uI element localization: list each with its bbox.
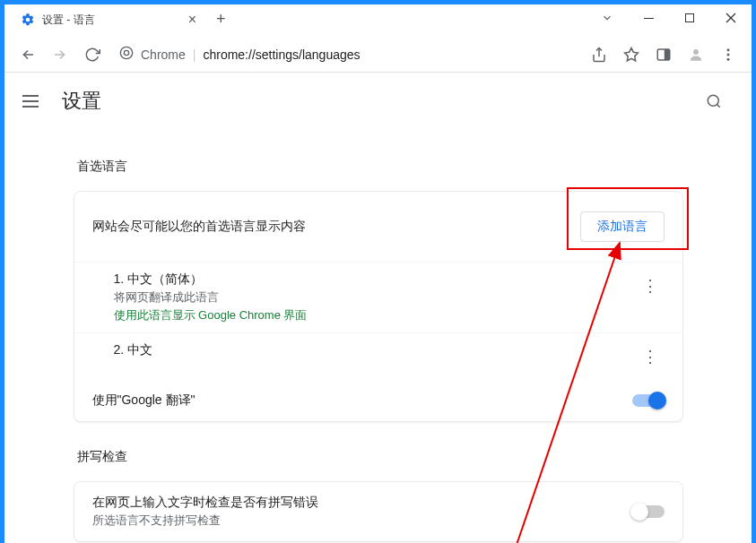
svg-point-13 bbox=[727, 48, 730, 51]
language-sub: 将网页翻译成此语言 bbox=[114, 289, 636, 306]
tab-strip: 设置 - 语言 × + bbox=[4, 4, 587, 34]
share-icon[interactable] bbox=[585, 40, 613, 69]
side-panel-icon[interactable] bbox=[649, 40, 678, 69]
tab-search-button[interactable] bbox=[587, 4, 628, 31]
add-language-button[interactable]: 添加语言 bbox=[580, 211, 665, 242]
svg-point-7 bbox=[124, 50, 128, 55]
chrome-window: 设置 - 语言 × + bbox=[4, 4, 752, 543]
svg-point-12 bbox=[693, 49, 699, 55]
language-display-note: 使用此语言显示 Google Chrome 界面 bbox=[114, 307, 636, 323]
kebab-icon[interactable]: ⋮ bbox=[636, 342, 665, 371]
spellcheck-sub: 所选语言不支持拼写检查 bbox=[92, 513, 318, 529]
section-preferred-title: 首选语言 bbox=[77, 159, 683, 175]
address-bar[interactable]: Chrome | chrome://settings/languages bbox=[110, 41, 581, 68]
spellcheck-row: 在网页上输入文字时检查是否有拼写错误 所选语言不支持拼写检查 bbox=[74, 482, 682, 541]
svg-point-14 bbox=[727, 53, 730, 56]
toolbar: Chrome | chrome://settings/languages bbox=[4, 37, 752, 73]
preferred-desc-row: 网站会尽可能以您的首选语言显示内容 添加语言 bbox=[74, 192, 682, 263]
profile-icon[interactable] bbox=[682, 40, 710, 69]
svg-marker-9 bbox=[625, 47, 639, 60]
language-name: 2. 中文 bbox=[114, 342, 636, 358]
gear-icon bbox=[21, 13, 35, 27]
preferred-languages-card: 网站会尽可能以您的首选语言显示内容 添加语言 1. 中文（简体） 将网页翻译成此… bbox=[74, 191, 683, 422]
reload-button[interactable] bbox=[78, 40, 107, 69]
spellcheck-card: 在网页上输入文字时检查是否有拼写错误 所选语言不支持拼写检查 bbox=[74, 481, 683, 542]
search-icon[interactable] bbox=[700, 87, 728, 116]
hamburger-menu[interactable] bbox=[22, 90, 44, 112]
svg-point-16 bbox=[708, 95, 718, 106]
page-body: 首选语言 网站会尽可能以您的首选语言显示内容 添加语言 1. 中文（简体） 将网… bbox=[74, 130, 683, 542]
menu-icon[interactable] bbox=[714, 40, 743, 69]
kebab-icon[interactable]: ⋮ bbox=[636, 272, 665, 300]
settings-header: 设置 bbox=[4, 73, 752, 130]
bookmark-icon[interactable] bbox=[617, 40, 646, 69]
browser-tab[interactable]: 设置 - 语言 × bbox=[10, 5, 207, 34]
toggle-switch[interactable] bbox=[632, 394, 665, 407]
url-separator: | bbox=[193, 47, 196, 62]
svg-point-15 bbox=[727, 57, 730, 60]
section-spellcheck-title: 拼写检查 bbox=[77, 449, 683, 465]
language-item: 1. 中文（简体） 将网页翻译成此语言 使用此语言显示 Google Chrom… bbox=[74, 263, 682, 333]
svg-rect-1 bbox=[686, 14, 694, 22]
content-area: 设置 首选语言 网站会尽可能以您的首选语言显示内容 添加语言 1. bbox=[4, 73, 752, 543]
url-origin: Chrome bbox=[141, 47, 186, 62]
maximize-button[interactable] bbox=[669, 4, 710, 31]
back-button[interactable] bbox=[13, 40, 42, 69]
tab-title: 设置 - 语言 bbox=[42, 13, 181, 28]
titlebar: 设置 - 语言 × + bbox=[4, 4, 752, 37]
language-list: 1. 中文（简体） 将网页翻译成此语言 使用此语言显示 Google Chrom… bbox=[74, 263, 682, 380]
window-controls bbox=[587, 4, 752, 31]
preferred-desc: 网站会尽可能以您的首选语言显示内容 bbox=[92, 219, 306, 235]
google-translate-row: 使用"Google 翻译" bbox=[74, 380, 682, 421]
close-icon[interactable]: × bbox=[188, 12, 196, 28]
language-name: 1. 中文（简体） bbox=[114, 272, 636, 288]
forward-button[interactable] bbox=[46, 40, 74, 69]
window-close-button[interactable] bbox=[710, 4, 752, 31]
url-path: chrome://settings/languages bbox=[203, 47, 360, 62]
google-translate-label: 使用"Google 翻译" bbox=[92, 392, 196, 409]
language-item: 2. 中文 ⋮ bbox=[74, 333, 682, 380]
svg-line-17 bbox=[717, 104, 719, 107]
page-title: 设置 bbox=[62, 88, 101, 115]
new-tab-button[interactable]: + bbox=[207, 4, 235, 34]
minimize-button[interactable] bbox=[628, 4, 669, 31]
svg-rect-11 bbox=[665, 49, 670, 60]
spellcheck-desc: 在网页上输入文字时检查是否有拼写错误 bbox=[92, 495, 318, 511]
svg-point-6 bbox=[120, 47, 132, 58]
toggle-switch[interactable] bbox=[632, 505, 665, 518]
site-info-icon[interactable] bbox=[119, 46, 134, 63]
